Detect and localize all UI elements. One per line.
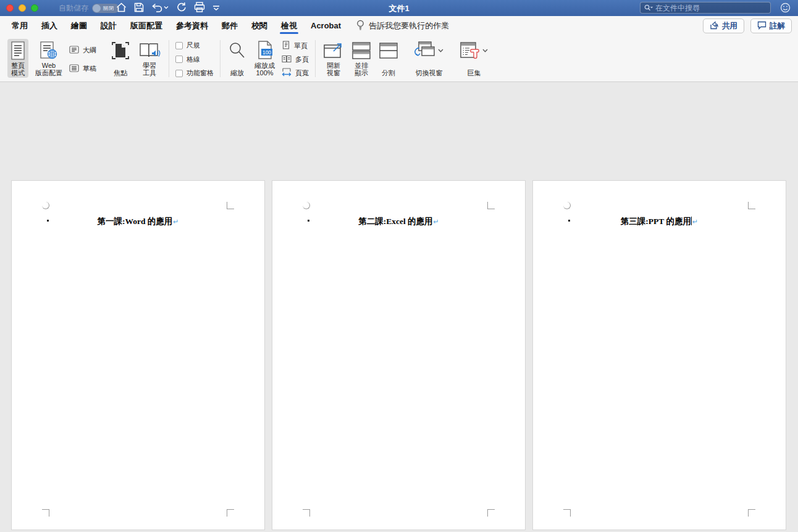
switch-windows-chevron-icon[interactable] [438,49,443,52]
search-field[interactable] [640,2,771,14]
arrange-all-icon [352,40,371,61]
paragraph-mark-icon: ↵ [692,218,698,225]
share-label: 共用 [722,21,737,31]
learning-tools-button[interactable]: 學習 工具 [136,39,162,78]
margin-crop-mark [227,202,234,209]
tab-review[interactable]: 校閱 [245,16,274,36]
tab-draw[interactable]: 繪圖 [64,16,94,36]
navigation-pane-checkbox-item[interactable]: 功能窗格 [175,69,214,78]
zoom-100-label: 縮放成 100% [254,62,275,77]
web-layout-label: Web 版面配置 [35,62,62,77]
margin-crop-mark [748,202,755,209]
page-width-icon [282,68,292,78]
multiple-pages-button[interactable]: 多頁 [282,55,309,64]
feedback-smiley-icon[interactable] [780,2,791,15]
document-page-3[interactable]: 第三課:PPT 的應用↵ [532,180,786,530]
learning-tools-label: 學習 工具 [143,62,156,77]
zoom-100-icon: 100 [256,40,274,61]
page-1-title: 第一課:Word 的應用 [97,217,172,226]
zoom-button[interactable]: 縮放 [227,39,248,78]
macros-chevron-icon[interactable] [482,49,488,52]
page-3-title: 第三課:PPT 的應用 [621,217,691,226]
new-window-label: 開新 視窗 [327,62,340,77]
tell-me-control[interactable]: 告訴我您要執行的作業 [356,20,449,32]
macros-label: 巨集 [468,69,481,77]
document-page-1[interactable]: 第一課:Word 的應用↵ [11,180,265,530]
outline-draft-stack: 大綱 草稿 [69,41,96,78]
draft-icon [69,64,79,73]
draft-button[interactable]: 草稿 [69,64,96,73]
one-page-button[interactable]: 單頁 [282,41,309,51]
page-2-title-row: 第二課:Excel 的應用↵ [272,215,525,227]
arrange-all-button[interactable]: 並排 顯示 [350,39,372,78]
split-icon [379,40,398,61]
search-input[interactable] [655,4,766,12]
new-window-icon [324,40,343,61]
title-bar: 自動儲存 關閉 文件1 [0,0,798,16]
switch-windows-button[interactable]: 切換視窗 [413,39,445,78]
margin-crop-mark [563,509,571,517]
margin-crop-mark [42,202,49,209]
margin-crop-mark [487,202,495,209]
ribbon-view-tab-content: 整頁 模式 Web 版面配置 大綱 草稿 焦點 學習 工具 [0,36,798,82]
ruler-checkbox[interactable] [175,42,183,49]
arrange-all-label: 並排 顯示 [355,62,368,77]
gridlines-checkbox[interactable] [175,56,183,63]
gridlines-label: 格線 [187,55,200,64]
comments-button[interactable]: 註解 [750,19,792,33]
show-checkbox-stack: 尺規 格線 功能窗格 [175,41,214,78]
tab-view[interactable]: 檢視 [274,16,304,36]
new-window-button[interactable]: 開新 視窗 [322,39,345,78]
outline-label: 大綱 [83,46,96,55]
tab-acrobat[interactable]: Acrobat [304,16,348,36]
focus-label: 焦點 [114,69,127,77]
zoom-100-button[interactable]: 100 縮放成 100% [253,39,277,78]
switch-windows-icon [414,41,435,60]
group-separator [220,40,220,77]
tab-mailings[interactable]: 郵件 [215,16,245,36]
margin-crop-mark [42,509,49,517]
web-layout-button[interactable]: Web 版面配置 [33,39,64,78]
macros-button[interactable]: 巨集 [458,39,490,78]
outline-button[interactable]: 大綱 [69,46,96,55]
document-canvas[interactable]: 第一課:Word 的應用↵ 第二課:Excel 的應用↵ 第三課:PPT 的應用… [0,82,798,532]
focus-icon [111,40,130,61]
navigation-pane-checkbox[interactable] [175,70,183,77]
tab-layout[interactable]: 版面配置 [124,16,169,36]
tab-references[interactable]: 參考資料 [169,16,215,36]
window-group: 開新 視窗 並排 顯示 分割 切換視窗 巨集 [317,36,495,81]
print-layout-icon [10,40,25,61]
page-width-button[interactable]: 頁寬 [282,68,309,78]
split-label: 分割 [382,69,395,77]
tab-home[interactable]: 常用 [5,16,35,36]
split-button[interactable]: 分割 [377,39,400,78]
show-group: 尺規 格線 功能窗格 [170,36,219,81]
page-1-title-row: 第一課:Word 的應用↵ [12,215,264,227]
gridlines-checkbox-item[interactable]: 格線 [175,55,214,64]
paragraph-mark-icon: ↵ [434,218,439,225]
web-layout-icon [40,40,58,61]
one-page-label: 單頁 [294,41,308,51]
share-button[interactable]: 共用 [703,19,744,33]
margin-crop-mark [227,509,234,517]
margin-crop-mark [748,509,755,517]
tab-design[interactable]: 設計 [94,16,124,36]
draft-label: 草稿 [83,64,96,73]
learning-tools-icon [138,40,161,61]
ruler-label: 尺規 [187,41,200,50]
print-layout-button[interactable]: 整頁 模式 [7,39,28,78]
search-icon [644,2,653,14]
one-page-icon [282,41,290,51]
tab-insert[interactable]: 插入 [35,16,64,36]
text-cursor [691,217,692,225]
margin-crop-mark [303,202,310,209]
tell-me-label: 告訴我您要執行的作業 [369,20,449,31]
ruler-checkbox-item[interactable]: 尺規 [175,41,214,50]
macros-icon [460,42,480,59]
focus-button[interactable]: 焦點 [109,39,132,78]
multiple-pages-label: 多頁 [295,55,309,64]
ribbon-tab-bar: 常用 插入 繪圖 設計 版面配置 參考資料 郵件 校閱 檢視 Acrobat 告… [0,16,798,36]
zoom-group: 縮放 100 縮放成 100% 單頁 多頁 頁寬 [222,36,314,81]
document-page-2[interactable]: 第二課:Excel 的應用↵ [272,180,526,530]
tab-bar-actions: 共用 註解 [703,19,792,33]
